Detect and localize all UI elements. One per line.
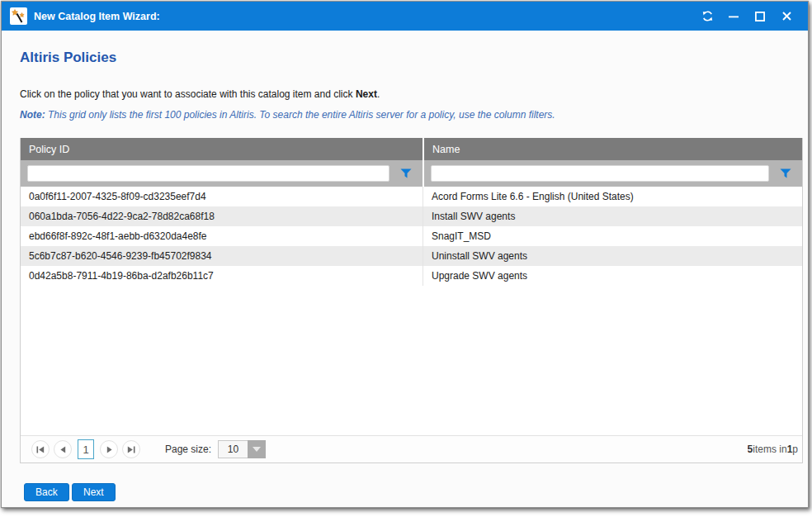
pager-summary-mid: items in: [753, 443, 786, 455]
table-row[interactable]: 5c6b7c87-b620-4546-9239-fb45702f9834 Uni…: [21, 246, 802, 266]
policy-id-cell: ebd66f8f-892c-48f1-aebb-d6320da4e8fe: [21, 226, 423, 246]
policies-grid: Policy ID Name: [20, 138, 803, 463]
back-button[interactable]: Back: [24, 483, 69, 501]
table-row[interactable]: ebd66f8f-892c-48f1-aebb-d6320da4e8fe Sna…: [21, 226, 802, 246]
grid-filter-row: [21, 160, 802, 187]
wizard-icon: [10, 7, 27, 25]
wizard-window: New Catalog Item Wizard:: [1, 1, 809, 508]
title-bar[interactable]: New Catalog Item Wizard:: [2, 2, 808, 31]
table-row[interactable]: 0d42a5b8-7911-4b19-86ba-d2afb26b11c7 Upg…: [21, 266, 802, 286]
close-icon[interactable]: [773, 6, 800, 27]
column-header-policy-id[interactable]: Policy ID: [21, 138, 423, 160]
filter-funnel-icon[interactable]: [400, 168, 412, 178]
note-label: Note:: [20, 109, 45, 121]
policy-id-cell: 060a1bda-7056-4d22-9ca2-78d82ca68f18: [21, 206, 423, 226]
current-page-indicator[interactable]: 1: [78, 439, 94, 459]
filter-cell-policy-id: [21, 160, 423, 187]
table-row[interactable]: 0a0f6f11-2007-4325-8f09-cd3235eef7d4 Aco…: [21, 187, 802, 206]
policy-id-cell: 0a0f6f11-2007-4325-8f09-cd3235eef7d4: [21, 187, 423, 206]
policy-id-cell: 5c6b7c87-b620-4546-9239-fb45702f9834: [21, 246, 423, 266]
minimize-icon[interactable]: [720, 6, 747, 27]
page-size-value[interactable]: 10: [218, 440, 248, 458]
policy-name-cell: SnagIT_MSD: [423, 226, 802, 246]
name-filter-input[interactable]: [431, 165, 769, 182]
pager-page-count: 1: [787, 443, 793, 455]
refresh-icon[interactable]: [694, 6, 720, 27]
policy-name-cell: Upgrade SWV agents: [423, 266, 802, 286]
wizard-content: Altiris Policies Click on the policy tha…: [2, 31, 808, 507]
grid-empty-area: [21, 286, 802, 435]
instruction-suffix: .: [377, 88, 380, 100]
policy-id-cell: 0d42a5b8-7911-4b19-86ba-d2afb26b11c7: [21, 266, 423, 286]
next-page-icon[interactable]: [100, 440, 118, 458]
grid-pager: 1 Page size: 10 5 items in 1 p: [21, 435, 802, 462]
column-header-name[interactable]: Name: [423, 138, 802, 160]
pager-item-count: 5: [748, 443, 753, 455]
policy-name-cell: Uninstall SWV agents: [423, 246, 802, 266]
policy-name-cell: Acord Forms Lite 6.6 - English (United S…: [423, 187, 802, 206]
next-button[interactable]: Next: [72, 483, 116, 501]
policy-name-cell: Install SWV agents: [423, 206, 802, 226]
filter-funnel-icon[interactable]: [780, 168, 791, 178]
filter-cell-name: [423, 160, 802, 187]
grid-header-row: Policy ID Name: [21, 138, 802, 160]
instruction-prefix: Click on the policy that you want to ass…: [20, 88, 356, 100]
note-body: This grid only lists the first 100 polic…: [45, 109, 555, 121]
window-title: New Catalog Item Wizard:: [34, 11, 160, 22]
screen: New Catalog Item Wizard:: [0, 0, 812, 517]
page-title: Altiris Policies: [20, 50, 116, 66]
note-text: Note: This grid only lists the first 100…: [20, 109, 555, 121]
table-row[interactable]: 060a1bda-7056-4d22-9ca2-78d82ca68f18 Ins…: [21, 206, 802, 226]
pager-summary: 5 items in 1 p: [748, 436, 798, 462]
prev-page-icon[interactable]: [54, 440, 72, 458]
instruction-text: Click on the policy that you want to ass…: [20, 88, 380, 100]
policy-id-filter-input[interactable]: [27, 165, 389, 182]
instruction-next-emphasis: Next: [356, 88, 377, 100]
last-page-icon[interactable]: [122, 440, 140, 458]
maximize-icon[interactable]: [747, 6, 773, 27]
first-page-icon[interactable]: [31, 440, 50, 458]
pager-summary-suffix: p: [792, 443, 798, 455]
page-size-dropdown-arrow-icon[interactable]: [248, 440, 266, 458]
page-size-label: Page size:: [165, 443, 211, 455]
